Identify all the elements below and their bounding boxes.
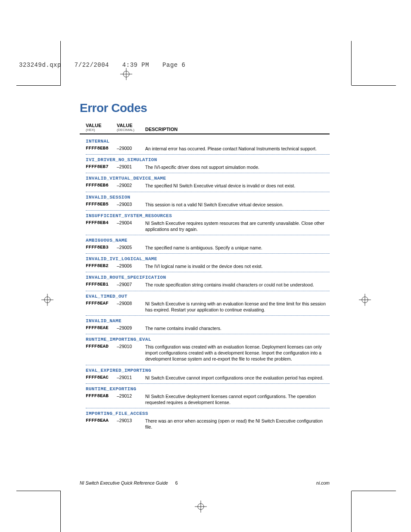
print-header: 323249d.qxp 7/22/2004 4:39 PM Page 6 bbox=[19, 62, 195, 68]
crop-mark bbox=[352, 85, 396, 86]
error-description: The IVI-specific driver does not support… bbox=[145, 164, 330, 170]
error-row: FFFF8EAD–29010This configuration was cre… bbox=[86, 344, 330, 362]
crop-mark bbox=[60, 491, 61, 532]
error-name: IVI_DRIVER_NO_SIMULATION bbox=[86, 157, 330, 162]
row-separator bbox=[86, 334, 330, 334]
error-entry: AMBIGUOUS_NAMEFFFF8EB3–29005The specifie… bbox=[86, 238, 330, 254]
error-row: FFFF8EB4–29004NI Switch Executive requir… bbox=[86, 220, 330, 232]
page-title: Error Codes bbox=[80, 101, 330, 115]
col-header-sublabel: (DECIMAL) bbox=[117, 128, 145, 132]
error-description: The IVI logical name is invalid or the d… bbox=[145, 263, 330, 269]
error-description: An internal error has occurred. Please c… bbox=[145, 146, 330, 152]
error-name: RUNTIME_EXPORTING bbox=[86, 386, 330, 392]
row-separator bbox=[86, 291, 330, 291]
error-decimal: –29000 bbox=[117, 146, 145, 152]
error-row: FFFF8EB7–29001The IVI-specific driver do… bbox=[86, 164, 330, 170]
row-separator bbox=[86, 173, 330, 173]
error-name: INVALID_VIRTUAL_DEVICE_NAME bbox=[86, 176, 330, 181]
error-table-body: INTERNALFFFF8EB8–29000An internal error … bbox=[80, 134, 330, 430]
error-row: FFFF8EAB–29012NI Switch Executive deploy… bbox=[86, 393, 330, 405]
crop-mark bbox=[351, 41, 352, 85]
row-separator bbox=[86, 192, 330, 192]
content-area: Error Codes VALUE (HEX) VALUE (DECIMAL) … bbox=[80, 101, 330, 430]
row-separator bbox=[86, 272, 330, 272]
error-description: The specified name is ambiguous. Specify… bbox=[145, 245, 330, 251]
crop-mark bbox=[16, 85, 61, 86]
footer-page-number: 6 bbox=[175, 480, 178, 485]
error-hex: FFFF8EB5 bbox=[86, 202, 117, 208]
error-hex: FFFF8EB2 bbox=[86, 263, 117, 269]
error-name: INSUFFICIENT_SYSTEM_RESOURCES bbox=[86, 213, 330, 218]
error-entry: IVI_DRIVER_NO_SIMULATIONFFFF8EB7–29001Th… bbox=[86, 157, 330, 173]
row-separator bbox=[86, 253, 330, 254]
error-row: FFFF8EAC–29011NI Switch Executive cannot… bbox=[86, 375, 330, 381]
error-decimal: –29005 bbox=[117, 245, 145, 251]
row-separator bbox=[86, 315, 330, 316]
error-hex: FFFF8EAA bbox=[86, 418, 117, 430]
error-row: FFFF8EB2–29006The IVI logical name is in… bbox=[86, 263, 330, 269]
error-row: FFFF8EB8–29000An internal error has occu… bbox=[86, 146, 330, 152]
error-entry: INVALID_VIRTUAL_DEVICE_NAMEFFFF8EB6–2900… bbox=[86, 176, 330, 192]
error-row: FFFF8EAA–29013There was an error when ac… bbox=[86, 418, 330, 430]
col-header-label: VALUE bbox=[117, 123, 145, 128]
col-header-sublabel: (HEX) bbox=[86, 128, 117, 132]
footer-doc-title-text: NI Switch Executive Quick Reference Guid… bbox=[80, 480, 168, 485]
error-row: FFFF8EAF–29008NI Switch Executive is run… bbox=[86, 301, 330, 313]
error-decimal: –29003 bbox=[117, 202, 145, 208]
error-hex: FFFF8EB8 bbox=[86, 146, 117, 152]
row-separator bbox=[86, 408, 330, 408]
error-decimal: –29010 bbox=[117, 344, 145, 362]
col-header-label: DESCRIPTION bbox=[145, 127, 177, 132]
error-name: IMPORTING_FILE_ACCESS bbox=[86, 411, 330, 416]
error-decimal: –29007 bbox=[117, 282, 145, 288]
error-name: INTERNAL bbox=[86, 139, 330, 144]
error-decimal: –29011 bbox=[117, 375, 145, 381]
error-entry: INVALID_ROUTE_SPECIFICATIONFFFF8EB1–2900… bbox=[86, 275, 330, 291]
error-entry: INVALID_NAMEFFFF8EAE–29009The name conta… bbox=[86, 318, 330, 334]
error-hex: FFFF8EAB bbox=[86, 393, 117, 405]
error-entry: INSUFFICIENT_SYSTEM_RESOURCESFFFF8EB4–29… bbox=[86, 213, 330, 235]
error-name: INVALID_ROUTE_SPECIFICATION bbox=[86, 275, 330, 280]
registration-mark-icon bbox=[41, 294, 53, 306]
crop-mark bbox=[352, 491, 396, 491]
error-name: EVAL_TIMED_OUT bbox=[86, 294, 330, 299]
error-name: INVALID_IVI_LOGICAL_NAME bbox=[86, 256, 330, 261]
error-hex: FFFF8EB4 bbox=[86, 220, 117, 232]
error-hex: FFFF8EB7 bbox=[86, 164, 117, 170]
error-description: This session is not a valid NI Switch Ex… bbox=[145, 202, 330, 208]
error-description: NI Switch Executive is running with an e… bbox=[145, 301, 330, 313]
error-hex: FFFF8EB1 bbox=[86, 282, 117, 288]
col-header-desc: (DECIMAL) DESCRIPTION bbox=[145, 127, 330, 132]
error-entry: EVAL_EXPIRED_IMPORTINGFFFF8EAC–29011NI S… bbox=[86, 368, 330, 384]
error-name: INVALID_SESSION bbox=[86, 195, 330, 200]
error-hex: FFFF8EB3 bbox=[86, 245, 117, 251]
error-decimal: –29002 bbox=[117, 183, 145, 189]
error-entry: RUNTIME_EXPORTINGFFFF8EAB–29012NI Switch… bbox=[86, 386, 330, 408]
error-name: INVALID_NAME bbox=[86, 318, 330, 324]
row-separator bbox=[86, 154, 330, 155]
error-decimal: –29004 bbox=[117, 220, 145, 232]
error-entry: IMPORTING_FILE_ACCESSFFFF8EAA–29013There… bbox=[86, 411, 330, 430]
error-hex: FFFF8EAC bbox=[86, 375, 117, 381]
print-header-date: 7/22/2004 bbox=[75, 62, 109, 68]
error-entry: EVAL_TIMED_OUTFFFF8EAF–29008NI Switch Ex… bbox=[86, 294, 330, 316]
error-entry: INTERNALFFFF8EB8–29000An internal error … bbox=[86, 139, 330, 155]
error-description: The name contains invalid characters. bbox=[145, 325, 330, 331]
page-footer: NI Switch Executive Quick Reference Guid… bbox=[80, 480, 330, 485]
error-decimal: –29006 bbox=[117, 263, 145, 269]
error-description: NI Switch Executive cannot import config… bbox=[145, 375, 330, 381]
page: 323249d.qxp 7/22/2004 4:39 PM Page 6 Err… bbox=[0, 0, 411, 532]
error-description: The route specification string contains … bbox=[145, 282, 330, 288]
row-separator bbox=[86, 235, 330, 235]
error-entry: INVALID_IVI_LOGICAL_NAMEFFFF8EB2–29006Th… bbox=[86, 256, 330, 272]
error-hex: FFFF8EAF bbox=[86, 301, 117, 313]
error-decimal: –29001 bbox=[117, 164, 145, 170]
error-row: FFFF8EAE–29009The name contains invalid … bbox=[86, 325, 330, 331]
row-separator bbox=[86, 210, 330, 211]
table-header-row: VALUE (HEX) VALUE (DECIMAL) (DECIMAL) DE… bbox=[80, 121, 330, 134]
error-row: FFFF8EB3–29005The specified name is ambi… bbox=[86, 245, 330, 251]
error-entry: INVALID_SESSIONFFFF8EB5–29003This sessio… bbox=[86, 195, 330, 211]
error-decimal: –29012 bbox=[117, 393, 145, 405]
error-hex: FFFF8EAE bbox=[86, 325, 117, 331]
col-header-dec: VALUE (DECIMAL) bbox=[117, 123, 145, 132]
